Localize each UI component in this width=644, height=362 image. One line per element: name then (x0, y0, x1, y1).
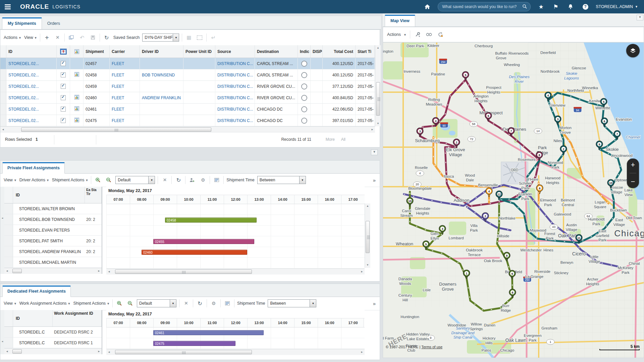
map-area[interactable]: 5872144206443912949094294arringtonDeer P… (383, 42, 644, 358)
grid-hscrollbar[interactable]: ◄► (4, 348, 102, 354)
scroll-down-icon[interactable]: ▼ (375, 121, 381, 126)
map-zoom-in-button[interactable]: + (631, 161, 635, 169)
df-overflow-chevrons[interactable]: » (373, 301, 376, 306)
undo-icon[interactable]: ↶ (78, 34, 86, 42)
pf-preset-combobox[interactable]: Default ▼ (115, 176, 155, 184)
column-header[interactable]: DISP (311, 45, 323, 58)
carrier-link[interactable]: FLEET (112, 118, 124, 123)
column-map-select-icon[interactable] (57, 45, 70, 58)
scroll-left-icon[interactable]: ◄ (106, 269, 112, 275)
scroll-up-icon[interactable]: ▲ (365, 203, 370, 209)
terms-of-use-link[interactable]: Terms of use (421, 345, 442, 349)
gantt-bar[interactable]: 02458 (165, 218, 257, 223)
table-row[interactable]: STOREDEL.02...02460FLEETANDREW FRANKLIND… (0, 92, 375, 104)
source-link[interactable]: DISTRIBUTION C... (217, 107, 253, 112)
tab-orders[interactable]: Orders (42, 18, 65, 29)
table-row[interactable]: STOREDEL.02...02459FLEETDISTRIBUTION C..… (0, 81, 375, 92)
gantt-bar[interactable]: 02475 (153, 341, 235, 346)
pf-shipment-time-combobox[interactable]: Between ▼ (257, 176, 306, 184)
shipment-id-link[interactable]: STOREDEL.02... (8, 107, 39, 112)
column-header[interactable]: Carrier (110, 45, 140, 58)
resource-id-link[interactable]: STOREDEL.EVAN PETERS (19, 228, 70, 233)
shipment-id-link[interactable]: STOREDEL.02... (8, 61, 39, 66)
map-canvas[interactable]: 5872144206443912949094294arringtonDeer P… (383, 43, 644, 358)
scroll-left-icon[interactable]: ◄ (106, 350, 112, 355)
home-icon[interactable] (423, 2, 432, 11)
column-header[interactable]: Power Unit ID (183, 45, 215, 58)
pf-clear-button[interactable]: × (161, 176, 169, 184)
df-preset-dropdown-button[interactable]: ▼ (170, 300, 176, 307)
row-checkbox[interactable] (61, 95, 66, 100)
gantt-hscrollbar[interactable]: ◄► (106, 349, 365, 355)
df-zoom-out-icon[interactable] (126, 299, 134, 307)
search-icon[interactable] (522, 4, 527, 10)
shipment-id-link[interactable]: STOREDEL.02... (8, 84, 39, 89)
column-header[interactable]: Total Cost (323, 45, 356, 58)
saved-search-bar[interactable] (438, 2, 531, 11)
df-refresh-icon[interactable]: ↻ (196, 299, 204, 307)
df-legend-list-icon[interactable] (223, 299, 231, 307)
resource-id-link[interactable]: STOREDEL.BOB TOWNSEND (19, 217, 75, 222)
table-row[interactable]: STOREDEL.02...02475FLEETDISTRIBUTION C..… (0, 115, 375, 126)
tab-my-shipments[interactable]: My Shipments (2, 17, 42, 29)
tab-map-view[interactable]: Map View (385, 15, 415, 26)
help-icon[interactable]: ? (581, 2, 590, 11)
pf-shipment-time-dropdown-button[interactable]: ▼ (299, 176, 306, 184)
resource-id-link[interactable]: STOREDEL.MICHAEL MARTIN (19, 260, 76, 265)
saved-search-combobox[interactable]: DYN-DAY SHIF ▼ (142, 34, 179, 42)
resource-id-link[interactable]: STOREDEL.C (19, 341, 45, 345)
indicator-radio[interactable] (301, 118, 307, 124)
indicator-radio[interactable] (301, 83, 307, 89)
column-header[interactable]: Destination (255, 45, 298, 58)
source-link[interactable]: DISTRIBUTION C... (217, 96, 253, 100)
driver-assign-icon[interactable] (188, 176, 196, 184)
pf-refresh-icon[interactable]: ↻ (174, 176, 182, 184)
fleet-grid-row[interactable]: STOREDEL.BOB TOWNSEND20: 2 (4, 214, 102, 225)
legend-list-icon[interactable] (213, 176, 221, 184)
saved-search-dropdown-button[interactable]: ▼ (173, 34, 179, 41)
row-checkbox[interactable] (61, 118, 66, 123)
gantt-bar[interactable]: 02460 (142, 250, 247, 255)
map-zoom-out-button[interactable]: − (631, 177, 635, 186)
hamburger-menu-icon[interactable] (0, 0, 15, 13)
source-link[interactable]: DISTRIBUTION C... (217, 118, 253, 123)
source-link[interactable]: DISTRIBUTION C... (217, 61, 253, 66)
column-header[interactable]: Source (215, 45, 255, 58)
pf-preset-dropdown-button[interactable]: ▼ (148, 176, 155, 184)
grid-icon[interactable]: ▦ (185, 34, 193, 42)
row-checkbox[interactable] (61, 61, 66, 66)
carrier-link[interactable]: FLEET (112, 84, 124, 89)
actions-menu[interactable]: Actions▼ (4, 35, 21, 40)
gantt-bar[interactable]: 02455 (153, 239, 254, 244)
table-row[interactable]: STOREDEL.02...02458FLEETBOB TOWNSENDDIST… (0, 69, 375, 81)
gantt-hscrollbar[interactable]: ◄► (106, 268, 365, 275)
scroll-up-icon[interactable]: ▲ (375, 45, 381, 51)
scroll-right-icon[interactable]: ► (359, 269, 365, 275)
vscroll-thumb[interactable] (376, 82, 380, 116)
row-checkbox[interactable] (61, 72, 66, 77)
df-shipment-time-dropdown-button[interactable]: ▼ (310, 300, 316, 307)
df-shipment-actions-menu[interactable]: Shipment Actions▼ (73, 301, 110, 306)
flag-icon[interactable]: ⚑ (551, 2, 560, 11)
indicator-radio[interactable] (301, 72, 307, 78)
records-more-link[interactable]: More (326, 137, 335, 142)
df-clear-button[interactable]: × (182, 299, 190, 307)
table-hscrollbar[interactable]: ◄ ► (0, 126, 375, 132)
fleet-grid-row[interactable]: STOREDEL.EVAN PETERS (4, 225, 102, 236)
source-link[interactable]: DISTRIBUTION C... (217, 84, 253, 89)
fleet-grid-row[interactable]: STOREDEL.ANDREW FRANKLIN20: 2 (4, 246, 102, 257)
collapse-arrow-icon[interactable]: ◄ (1, 340, 4, 343)
shipment-id-link[interactable]: STOREDEL.02... (8, 73, 39, 77)
row-chart-icon[interactable] (74, 72, 79, 78)
df-gear-icon[interactable]: ⚙ (210, 299, 218, 307)
map-pane-collapse-button[interactable]: ▼ (637, 15, 643, 20)
column-header[interactable]: Indic (298, 45, 311, 58)
carrier-link[interactable]: FLEET (112, 61, 124, 66)
resource-id-link[interactable]: STOREDEL.ANDREW FRANKLIN (19, 249, 81, 254)
source-link[interactable]: DISTRIBUTION C... (217, 73, 253, 77)
resource-id-link[interactable]: STOREDEL.PAT SMITH (19, 239, 63, 243)
tab-private-fleet-assignments[interactable]: Private Fleet Assignments (2, 162, 65, 174)
gantt-hscroll-thumb[interactable] (115, 269, 252, 274)
search-input[interactable] (441, 4, 522, 9)
shipment-id-link[interactable]: STOREDEL.02... (8, 118, 39, 123)
